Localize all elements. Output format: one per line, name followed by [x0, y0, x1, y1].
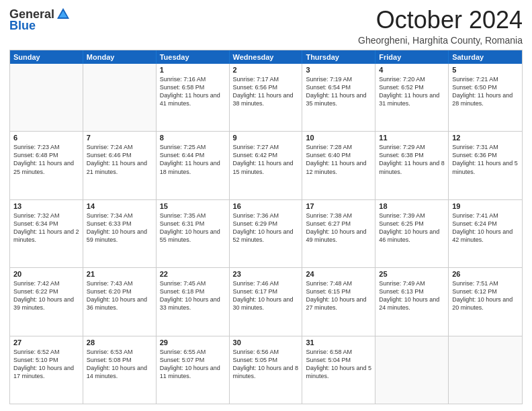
page: General Blue October 2024 Gheorgheni, Ha…: [0, 0, 532, 411]
cal-cell-3-0: 20Sunrise: 7:42 AM Sunset: 6:22 PM Dayli…: [10, 268, 83, 335]
day-info-1-1: Sunrise: 7:24 AM Sunset: 6:46 PM Dayligh…: [87, 143, 152, 176]
logo: General Blue: [9, 7, 71, 33]
cal-cell-1-3: 9Sunrise: 7:27 AM Sunset: 6:42 PM Daylig…: [230, 132, 303, 199]
day-info-0-3: Sunrise: 7:17 AM Sunset: 6:56 PM Dayligh…: [233, 75, 299, 108]
week-row-2: 13Sunrise: 7:32 AM Sunset: 6:34 PM Dayli…: [10, 199, 522, 267]
day-number-1-2: 8: [160, 134, 226, 142]
calendar-body: 1Sunrise: 7:16 AM Sunset: 6:58 PM Daylig…: [10, 64, 522, 404]
cal-cell-3-1: 21Sunrise: 7:43 AM Sunset: 6:20 PM Dayli…: [83, 268, 157, 335]
day-number-3-2: 22: [160, 270, 226, 278]
day-info-2-0: Sunrise: 7:32 AM Sunset: 6:34 PM Dayligh…: [13, 212, 79, 244]
cal-cell-2-5: 18Sunrise: 7:39 AM Sunset: 6:25 PM Dayli…: [375, 200, 449, 267]
day-number-3-0: 20: [13, 270, 79, 278]
cal-cell-0-3: 2Sunrise: 7:17 AM Sunset: 6:56 PM Daylig…: [230, 64, 303, 131]
day-number-2-2: 15: [160, 202, 226, 210]
cal-cell-4-4: 31Sunrise: 6:58 AM Sunset: 5:04 PM Dayli…: [302, 336, 375, 404]
day-number-1-4: 10: [306, 134, 371, 142]
day-number-2-3: 16: [233, 202, 299, 210]
day-number-0-5: 4: [379, 66, 445, 74]
cal-cell-1-0: 6Sunrise: 7:23 AM Sunset: 6:48 PM Daylig…: [10, 132, 83, 199]
day-number-4-0: 27: [13, 338, 79, 347]
day-number-1-1: 7: [87, 134, 152, 142]
day-number-1-6: 12: [452, 134, 519, 142]
cal-cell-4-2: 29Sunrise: 6:55 AM Sunset: 5:07 PM Dayli…: [157, 336, 230, 404]
day-number-3-5: 25: [379, 270, 445, 278]
day-info-2-3: Sunrise: 7:36 AM Sunset: 6:29 PM Dayligh…: [233, 212, 299, 244]
day-info-1-5: Sunrise: 7:29 AM Sunset: 6:38 PM Dayligh…: [379, 143, 445, 176]
day-number-1-5: 11: [379, 134, 445, 142]
cal-cell-2-0: 13Sunrise: 7:32 AM Sunset: 6:34 PM Dayli…: [10, 200, 83, 267]
day-info-4-0: Sunrise: 6:52 AM Sunset: 5:10 PM Dayligh…: [13, 348, 79, 381]
month-title: October 2024: [358, 7, 523, 34]
header-monday: Monday: [83, 50, 157, 64]
day-info-0-2: Sunrise: 7:16 AM Sunset: 6:58 PM Dayligh…: [160, 75, 226, 108]
cal-cell-0-2: 1Sunrise: 7:16 AM Sunset: 6:58 PM Daylig…: [157, 64, 230, 131]
cal-cell-2-4: 17Sunrise: 7:38 AM Sunset: 6:27 PM Dayli…: [302, 200, 375, 267]
logo-blue: Blue: [9, 19, 36, 33]
day-info-4-1: Sunrise: 6:53 AM Sunset: 5:08 PM Dayligh…: [87, 348, 152, 381]
day-number-3-4: 24: [306, 270, 371, 278]
header: General Blue October 2024 Gheorgheni, Ha…: [9, 7, 523, 46]
subtitle: Gheorgheni, Harghita County, Romania: [358, 35, 523, 46]
day-number-2-6: 19: [452, 202, 519, 210]
week-row-0: 1Sunrise: 7:16 AM Sunset: 6:58 PM Daylig…: [10, 64, 522, 131]
day-info-2-4: Sunrise: 7:38 AM Sunset: 6:27 PM Dayligh…: [306, 212, 371, 244]
day-info-1-0: Sunrise: 7:23 AM Sunset: 6:48 PM Dayligh…: [13, 143, 79, 176]
cal-cell-2-3: 16Sunrise: 7:36 AM Sunset: 6:29 PM Dayli…: [230, 200, 303, 267]
cal-cell-1-4: 10Sunrise: 7:28 AM Sunset: 6:40 PM Dayli…: [302, 132, 375, 199]
day-info-3-5: Sunrise: 7:49 AM Sunset: 6:13 PM Dayligh…: [379, 279, 445, 312]
day-info-0-4: Sunrise: 7:19 AM Sunset: 6:54 PM Dayligh…: [306, 75, 371, 108]
day-info-3-4: Sunrise: 7:48 AM Sunset: 6:15 PM Dayligh…: [306, 279, 371, 312]
day-number-0-6: 5: [452, 66, 519, 74]
header-saturday: Saturday: [449, 50, 522, 64]
cal-cell-3-4: 24Sunrise: 7:48 AM Sunset: 6:15 PM Dayli…: [302, 268, 375, 335]
day-number-1-0: 6: [13, 134, 79, 142]
day-info-2-1: Sunrise: 7:34 AM Sunset: 6:33 PM Dayligh…: [87, 212, 152, 244]
cal-cell-4-6: [449, 336, 522, 404]
day-number-2-0: 13: [13, 202, 79, 210]
day-info-4-2: Sunrise: 6:55 AM Sunset: 5:07 PM Dayligh…: [160, 348, 226, 381]
day-info-1-3: Sunrise: 7:27 AM Sunset: 6:42 PM Dayligh…: [233, 143, 299, 176]
header-thursday: Thursday: [302, 50, 375, 64]
day-number-3-3: 23: [233, 270, 299, 278]
day-number-4-4: 31: [306, 338, 371, 347]
cal-cell-1-5: 11Sunrise: 7:29 AM Sunset: 6:38 PM Dayli…: [375, 132, 449, 199]
cal-cell-2-2: 15Sunrise: 7:35 AM Sunset: 6:31 PM Dayli…: [157, 200, 230, 267]
day-info-0-6: Sunrise: 7:21 AM Sunset: 6:50 PM Dayligh…: [452, 75, 519, 108]
cal-cell-3-3: 23Sunrise: 7:46 AM Sunset: 6:17 PM Dayli…: [230, 268, 303, 335]
header-friday: Friday: [375, 50, 449, 64]
day-number-0-3: 2: [233, 66, 299, 74]
day-info-3-0: Sunrise: 7:42 AM Sunset: 6:22 PM Dayligh…: [13, 279, 79, 312]
header-sunday: Sunday: [10, 50, 83, 64]
cal-cell-1-1: 7Sunrise: 7:24 AM Sunset: 6:46 PM Daylig…: [83, 132, 157, 199]
day-number-2-1: 14: [87, 202, 152, 210]
logo-icon: [56, 7, 71, 21]
day-info-1-2: Sunrise: 7:25 AM Sunset: 6:44 PM Dayligh…: [160, 143, 226, 176]
cal-cell-2-1: 14Sunrise: 7:34 AM Sunset: 6:33 PM Dayli…: [83, 200, 157, 267]
day-info-4-3: Sunrise: 6:56 AM Sunset: 5:05 PM Dayligh…: [233, 348, 299, 381]
day-number-4-1: 28: [87, 338, 152, 347]
day-info-3-1: Sunrise: 7:43 AM Sunset: 6:20 PM Dayligh…: [87, 279, 152, 312]
cal-cell-3-6: 26Sunrise: 7:51 AM Sunset: 6:12 PM Dayli…: [449, 268, 522, 335]
cal-cell-0-6: 5Sunrise: 7:21 AM Sunset: 6:50 PM Daylig…: [449, 64, 522, 131]
cal-cell-4-5: [375, 336, 449, 404]
cal-cell-4-0: 27Sunrise: 6:52 AM Sunset: 5:10 PM Dayli…: [10, 336, 83, 404]
calendar: Sunday Monday Tuesday Wednesday Thursday…: [9, 50, 523, 404]
week-row-3: 20Sunrise: 7:42 AM Sunset: 6:22 PM Dayli…: [10, 267, 522, 335]
cal-cell-1-2: 8Sunrise: 7:25 AM Sunset: 6:44 PM Daylig…: [157, 132, 230, 199]
header-wednesday: Wednesday: [230, 50, 303, 64]
calendar-header: Sunday Monday Tuesday Wednesday Thursday…: [10, 50, 522, 64]
day-number-2-5: 18: [379, 202, 445, 210]
day-info-0-5: Sunrise: 7:20 AM Sunset: 6:52 PM Dayligh…: [379, 75, 445, 108]
cal-cell-1-6: 12Sunrise: 7:31 AM Sunset: 6:36 PM Dayli…: [449, 132, 522, 199]
day-number-3-6: 26: [452, 270, 519, 278]
header-tuesday: Tuesday: [157, 50, 230, 64]
day-number-4-2: 29: [160, 338, 226, 347]
week-row-1: 6Sunrise: 7:23 AM Sunset: 6:48 PM Daylig…: [10, 131, 522, 199]
day-number-4-3: 30: [233, 338, 299, 347]
day-info-2-6: Sunrise: 7:41 AM Sunset: 6:24 PM Dayligh…: [452, 212, 519, 244]
cal-cell-3-5: 25Sunrise: 7:49 AM Sunset: 6:13 PM Dayli…: [375, 268, 449, 335]
cal-cell-3-2: 22Sunrise: 7:45 AM Sunset: 6:18 PM Dayli…: [157, 268, 230, 335]
day-info-2-2: Sunrise: 7:35 AM Sunset: 6:31 PM Dayligh…: [160, 212, 226, 244]
day-number-0-2: 1: [160, 66, 226, 74]
